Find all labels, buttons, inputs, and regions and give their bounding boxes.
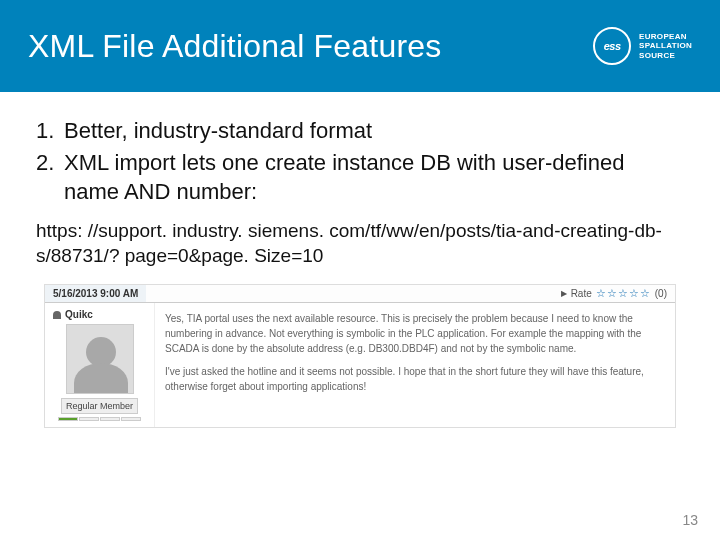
forum-user-panel: Quikc Regular Member <box>45 303 155 427</box>
list-text: Better, industry-standard format <box>64 116 684 146</box>
list-number: 1. <box>36 116 64 146</box>
rank-bar-icon <box>121 417 141 421</box>
forum-paragraph: I've just asked the hotline and it seems… <box>165 364 665 394</box>
forum-post-header: 5/16/2013 9:00 AM ▶ Rate ☆☆☆☆☆ (0) <box>45 285 675 303</box>
brand-line3: SOURCE <box>639 51 692 61</box>
brand-logo: ess EUROPEAN SPALLATION SOURCE <box>593 27 692 65</box>
rate-label: Rate <box>571 288 592 299</box>
forum-paragraph: Yes, TIA portal uses the next available … <box>165 311 665 356</box>
rank-bar-icon <box>100 417 120 421</box>
brand-name: EUROPEAN SPALLATION SOURCE <box>639 32 692 61</box>
slide-header: XML File Additional Features ess EUROPEA… <box>0 0 720 92</box>
member-badge: Regular Member <box>61 398 138 414</box>
arrow-right-icon: ▶ <box>561 289 567 298</box>
forum-username: Quikc <box>51 309 148 320</box>
rating-count: (0) <box>655 288 667 299</box>
list-text: XML import lets one create instance DB w… <box>64 148 684 207</box>
post-date: 5/16/2013 9:00 AM <box>45 285 146 302</box>
brand-line1: EUROPEAN <box>639 32 692 42</box>
numbered-list: 1. Better, industry-standard format 2. X… <box>36 116 684 207</box>
reference-url: https: //support. industry. siemens. com… <box>36 219 684 268</box>
slide-content: 1. Better, industry-standard format 2. X… <box>0 92 720 428</box>
list-item-2: 2. XML import lets one create instance D… <box>36 148 684 207</box>
page-number: 13 <box>682 512 698 528</box>
list-item-1: 1. Better, industry-standard format <box>36 116 684 146</box>
rate-widget: ▶ Rate ☆☆☆☆☆ (0) <box>561 287 675 300</box>
forum-post-body: Quikc Regular Member Yes, TIA portal use… <box>45 303 675 427</box>
forum-screenshot: 5/16/2013 9:00 AM ▶ Rate ☆☆☆☆☆ (0) Quikc… <box>44 284 676 428</box>
star-rating-icon: ☆☆☆☆☆ <box>596 287 651 300</box>
list-number: 2. <box>36 148 64 207</box>
forum-post-text: Yes, TIA portal uses the next available … <box>155 303 675 427</box>
brand-line2: SPALLATION <box>639 41 692 51</box>
rank-bars <box>51 417 148 421</box>
rank-bar-icon <box>58 417 78 421</box>
ess-logo-icon: ess <box>593 27 631 65</box>
slide-title: XML File Additional Features <box>28 28 442 65</box>
avatar-icon <box>66 324 134 394</box>
rank-bar-icon <box>79 417 99 421</box>
